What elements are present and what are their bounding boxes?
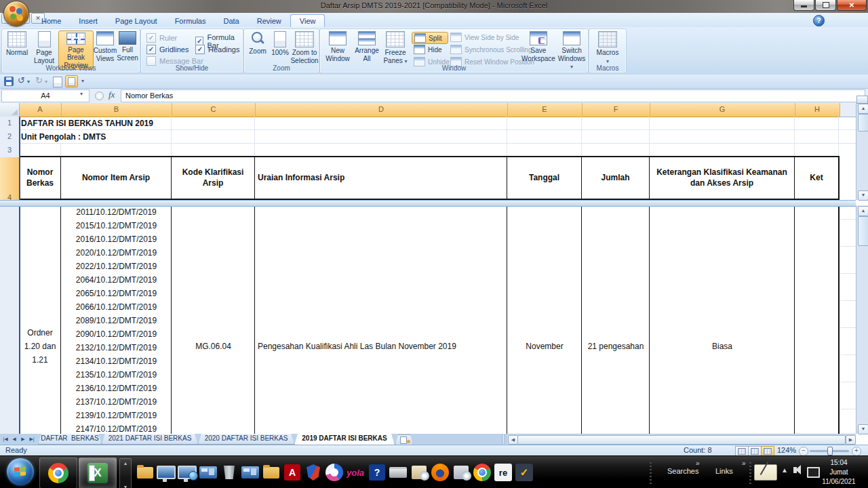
synchronous-scrolling-button[interactable]: Synchronous Scrolling (450, 44, 532, 55)
taskbar-chrome-button[interactable] (39, 458, 77, 488)
undo-dropdown-icon[interactable]: ▾ (27, 79, 30, 85)
header-cell-tanggal[interactable]: Tanggal (507, 157, 581, 199)
zoom-button[interactable]: Zoom (247, 31, 269, 56)
cell-keterangan[interactable]: Biasa (650, 340, 795, 353)
gridlines-checkbox[interactable]: ✓ Gridlines (146, 45, 189, 54)
name-box-dropdown-icon[interactable]: ▾ (80, 91, 83, 97)
full-screen-button[interactable]: Full Screen (117, 31, 138, 62)
header-cell-ket[interactable]: Ket (795, 157, 838, 199)
tab-formulas[interactable]: Formulas (166, 15, 215, 27)
select-all-corner[interactable] (0, 103, 20, 117)
redo-button[interactable]: ↻ (35, 75, 43, 85)
column-header-a[interactable]: A (19, 103, 62, 117)
user-folder-icon[interactable] (136, 463, 155, 482)
column-header-h[interactable]: H (795, 103, 840, 117)
minimize-button[interactable] (793, 0, 814, 11)
codec-helper-icon[interactable]: ? (368, 463, 387, 482)
scrollbar-vertical-bottom-pane[interactable]: ▲ ▼ (856, 205, 868, 434)
cell-jumlah[interactable]: 21 pengesahan (582, 340, 650, 353)
scroll-up-icon[interactable]: ▲ (858, 206, 868, 216)
row-header-strip-lower-pane[interactable] (0, 205, 20, 434)
header-cell-nomor-item-arsip[interactable]: Nomor Item Arsip (61, 157, 171, 199)
tab-page-layout[interactable]: Page Layout (106, 15, 166, 27)
scroll-down-icon[interactable]: ▼ (858, 190, 868, 201)
journal-notes-icon[interactable] (754, 464, 777, 481)
freeze-panes-button[interactable]: Freeze Panes ▾ (382, 31, 409, 64)
fx-icon[interactable]: fx (108, 89, 115, 100)
split-handle-vertical[interactable] (856, 96, 868, 104)
cell-a1-title[interactable]: DAFTAR ISI BERKAS TAHUN 2019 (21, 117, 153, 130)
zoom-to-selection-button[interactable]: Zoom to Selection (292, 31, 317, 64)
control-panel-icon[interactable] (199, 463, 218, 482)
status-page-layout-view-button[interactable] (748, 446, 762, 456)
header-cell-uraian[interactable]: Uraian Informasi Arsip (255, 157, 507, 199)
start-button[interactable] (7, 458, 34, 485)
formula-input[interactable]: Nomor Berkas (121, 89, 865, 102)
searches-toolbar[interactable]: Searches (667, 467, 698, 475)
header-cell-kode-klarifikasi[interactable]: Kode Klarifikasi Arsip (172, 157, 254, 199)
zoom-slider-handle[interactable] (827, 447, 833, 455)
installer-box-icon[interactable] (452, 463, 471, 482)
adobe-reader-icon[interactable]: A (283, 463, 302, 482)
tab-home[interactable]: Home (33, 15, 70, 27)
antivirus-shield-icon[interactable] (304, 463, 323, 482)
name-box[interactable]: A4 (1, 89, 90, 102)
column-header-c[interactable]: C (172, 103, 256, 117)
page-layout-view-button[interactable]: Page Layout (31, 31, 57, 64)
insert-worksheet-tab[interactable] (395, 434, 413, 445)
help-icon[interactable]: ? (813, 15, 825, 26)
cell-tanggal[interactable]: November (507, 340, 582, 353)
hide-button[interactable]: Hide (414, 44, 442, 55)
tab-review[interactable]: Review (248, 15, 290, 27)
office-button[interactable] (3, 1, 29, 26)
tab-split-handle[interactable] (502, 434, 505, 443)
save-workspace-button[interactable]: Save Workspace (521, 31, 556, 62)
scrollbar-thumb[interactable] (858, 114, 868, 131)
row-header-4[interactable]: 4 (0, 157, 20, 201)
redo-dropdown-icon[interactable]: ▾ (45, 79, 47, 85)
custom-views-button[interactable]: Custom Views (94, 31, 117, 62)
links-toolbar[interactable]: Links (715, 467, 733, 475)
sheet-tab-2019-active[interactable]: 2019 DAFTAR ISI BERKAS (294, 434, 395, 445)
scrollbar-thumb[interactable] (858, 216, 868, 246)
scroll-down-icon[interactable]: ▼ (858, 424, 868, 434)
close-button[interactable]: ✕ (837, 0, 867, 11)
insert-function-icon[interactable] (95, 92, 104, 100)
new-window-button[interactable]: New Window (323, 31, 352, 62)
scanner-icon[interactable] (389, 463, 408, 482)
headings-checkbox[interactable]: ✓ Headings (195, 45, 239, 54)
qat-customize-icon[interactable]: ▾ (81, 78, 84, 84)
header-cell-jumlah[interactable]: Jumlah (582, 157, 649, 199)
zoom-in-icon[interactable]: + (852, 447, 861, 456)
first-sheet-icon[interactable]: |◀ (1, 435, 9, 443)
next-sheet-icon[interactable]: ▶ (19, 435, 27, 443)
status-zoom-level[interactable]: 124% (777, 446, 796, 454)
column-header-e[interactable]: E (507, 103, 583, 117)
taskbar-excel-button[interactable]: X (79, 458, 117, 488)
last-sheet-icon[interactable]: ▶| (28, 435, 36, 443)
scrollbar-thumb[interactable] (517, 435, 846, 445)
row-header-2[interactable]: 2 (0, 130, 20, 144)
cell-nomor-item-arsip[interactable]: 2011/10.12/DMT/2019 2015/10.12/DMT/2019 … (61, 205, 172, 436)
column-header-g[interactable]: G (650, 103, 795, 117)
undo-button[interactable]: ↺ (18, 75, 25, 85)
yola-icon[interactable]: yola (346, 463, 365, 482)
column-header-b[interactable]: B (61, 103, 172, 117)
macros-button[interactable]: Macros▾ (595, 31, 620, 64)
split-button[interactable]: Split (412, 32, 448, 44)
cell-uraian[interactable]: Pengesahan Kualifikasi Ahli Las Bulan No… (258, 340, 456, 353)
column-header-d[interactable]: D (255, 103, 508, 117)
volume-icon[interactable] (793, 467, 801, 473)
page-setup-button[interactable] (65, 75, 78, 87)
scrollbar-vertical-top-pane[interactable]: ▲ ▼ (856, 103, 868, 200)
taskbar-clock[interactable]: 15:04 Jumat 11/06/2021 (815, 458, 863, 487)
normal-view-button[interactable]: Normal (4, 31, 30, 57)
sheet-tab-2020[interactable]: 2020 DAFTAR ISI BERKAS (198, 434, 294, 445)
installer-cd-icon[interactable] (410, 463, 429, 482)
save-button[interactable] (4, 77, 14, 86)
firefox-icon[interactable] (431, 463, 450, 482)
ruler-checkbox[interactable]: ✓ Ruler (146, 33, 177, 43)
norton-icon[interactable]: ✓ (515, 463, 534, 482)
recycle-bin-icon[interactable] (220, 463, 239, 482)
searches-chevron-icon[interactable]: » (696, 460, 700, 467)
